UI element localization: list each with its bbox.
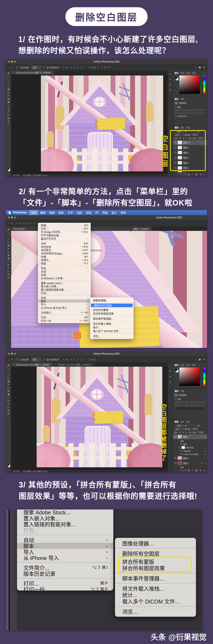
layer-effect-row[interactable]: 描边: [173, 442, 207, 446]
align-section-label[interactable]: ∨ 对齐并分布: [173, 114, 207, 118]
menu-item-version-history[interactable]: 版本历史记录: [17, 570, 113, 576]
toolbox-icons[interactable]: ✚ ⬚ ◌ ⌖ ✂ ▨ ✎ ✏ ▤ ◪ ◔ ✒ T ▷ ◭ ◎ ⌕: [6, 364, 11, 418]
document-tab-active[interactable]: ✕0316.psd @ 142% (图层 1, RGB/8) *: [11, 362, 53, 367]
submenu-item-load-dicom-files[interactable]: 载入多个 DICOM 文件...: [90, 329, 134, 333]
hue-slider[interactable]: [204, 368, 205, 386]
tab-gradients[interactable]: 渐变: [186, 364, 190, 366]
submenu-item-delete-all-empty-layers[interactable]: 删除所有空图层: [115, 550, 196, 556]
tab-properties[interactable]: 属性: [175, 390, 179, 392]
menubar-item-3d[interactable]: 3D: [93, 210, 100, 214]
x-field[interactable]: X:: [191, 401, 205, 403]
foreground-color-swatch[interactable]: [175, 76, 177, 79]
close-tab-icon[interactable]: ✕: [13, 72, 15, 74]
filter-blend-icon[interactable]: ⋦: [204, 450, 206, 452]
menu-item-save[interactable]: 存储⌘S: [38, 255, 91, 258]
layer-thumbnail[interactable]: [178, 456, 182, 460]
traffic-lights[interactable]: [8, 353, 16, 354]
menu-item-place-embedded[interactable]: 置入嵌入对象...: [38, 284, 91, 288]
extra-icons[interactable]: ⬦ ⊛ ⊕ ✥: [98, 66, 111, 69]
layers-panel-iconbar[interactable]: ∞ fx ◧ ◑ ▣ ⊞ ▯: [173, 172, 207, 176]
tab-properties[interactable]: 属性: [175, 98, 179, 100]
tab-layers[interactable]: 图层: [175, 420, 179, 423]
toolbox[interactable]: ✚ ⬚ ◌ ⌖ ✂ ▨ ✎ ✏ ▤ ◪ ◔ ✒ T ▷ ◭ ◎ ⌕: [6, 226, 11, 348]
opacity-value[interactable]: 100%: [192, 428, 199, 430]
align-icons[interactable]: ≡ ≣ ⊓ ⊔ ⊏ ⊐: [63, 358, 83, 361]
close-window-icon[interactable]: [8, 216, 10, 218]
tab-adjustments[interactable]: 调整: [180, 390, 184, 392]
zoom-window-icon[interactable]: [14, 216, 16, 218]
tab-patterns[interactable]: 图案: [192, 72, 196, 74]
menu-item-open-smart-object[interactable]: 打开为智能对象...: [38, 234, 91, 237]
menu-item-generate[interactable]: 生成›: [38, 270, 91, 273]
zoom-level[interactable]: 141.88%: [13, 174, 20, 176]
zoom-window-icon[interactable]: [14, 353, 16, 354]
traffic-lights[interactable]: [8, 216, 16, 218]
menu-item-search-adobe-stock[interactable]: 搜索 Adobe Stock...: [38, 282, 91, 285]
tab-adjustments[interactable]: 调整: [180, 98, 184, 100]
home-icon[interactable]: ⌂: [8, 358, 9, 361]
collapsed-panel-icons[interactable]: » ✦ A ¶: [169, 364, 171, 384]
menu-item-open[interactable]: 打开...⌘O: [38, 227, 91, 230]
layer-row[interactable]: 图层 2fx∧: [173, 461, 207, 466]
width-field[interactable]: W:: [175, 401, 190, 403]
tab-paths[interactable]: 路径: [186, 126, 190, 129]
foreground-background-swatch[interactable]: [7, 168, 10, 171]
color-field[interactable]: [179, 76, 200, 94]
menu-item-revert[interactable]: 恢复F12: [38, 262, 91, 265]
tab-color[interactable]: 颜色: [175, 72, 179, 74]
show-transform-checkbox[interactable]: [43, 358, 45, 360]
move-tool-icon[interactable]: ✛: [11, 66, 13, 69]
eye-icon[interactable]: [180, 453, 182, 455]
tab-channels[interactable]: 通道: [180, 126, 184, 129]
y-field[interactable]: Y:: [191, 404, 205, 406]
minimize-window-icon[interactable]: [11, 353, 13, 354]
tab-paths[interactable]: 路径: [186, 420, 190, 423]
layer-row[interactable]: 图层 1fx∧: [173, 434, 207, 439]
eye-icon[interactable]: [180, 443, 182, 445]
document-tab-inactive[interactable]: ✕未标题-1 @ 100% (图层 1, RGB/8) *: [53, 362, 94, 367]
width-field[interactable]: W:: [175, 109, 190, 111]
fx-badge[interactable]: fx: [201, 436, 203, 438]
height-field[interactable]: H:: [175, 404, 190, 406]
fx-badge[interactable]: fx: [201, 462, 203, 464]
eye-icon[interactable]: [174, 462, 177, 464]
layer-thumbnail[interactable]: [178, 435, 182, 438]
layer-thumbnail[interactable]: [178, 461, 182, 465]
menubar-item-help[interactable]: 帮助: [119, 210, 128, 215]
menu-item-new[interactable]: 新建...⌘N: [38, 224, 91, 227]
blend-mode-dropdown[interactable]: 正常⌄: [174, 428, 182, 430]
more-options-icon[interactable]: ⋯: [85, 358, 87, 361]
menu-item-close-all[interactable]: 关闭全部⌥⌘W: [38, 245, 91, 248]
menubar-item-type[interactable]: 文字: [66, 210, 75, 215]
eye-icon[interactable]: [174, 436, 177, 438]
tab-swatches[interactable]: 色板: [180, 72, 184, 74]
tab-color[interactable]: 颜色: [175, 364, 179, 366]
menubar-item-view[interactable]: 视图: [100, 210, 109, 215]
submenu-item-statistics[interactable]: 统计...: [90, 326, 134, 329]
foreground-background-swatch[interactable]: [175, 368, 178, 372]
tab-channels[interactable]: 通道: [180, 420, 184, 423]
menu-item-print[interactable]: 打印...⌘P: [38, 316, 91, 319]
apple-logo-icon[interactable]: [8, 211, 11, 214]
align-icons[interactable]: ≡ ≣ ⊓ ⊔ ⊏ ⊐: [16, 222, 36, 224]
lock-icons[interactable]: ▨ ✚ ⊕ ▣: [179, 431, 192, 434]
menubar-item-image[interactable]: 图像: [47, 210, 56, 215]
collapsed-panel-strip[interactable]: » ✦ A ¶: [168, 362, 173, 472]
zoom-level[interactable]: 141.88%: [13, 470, 20, 472]
smart-filter-item[interactable]: Camera Raw 滤镜⋦: [173, 452, 207, 456]
fill-value[interactable]: 100%: [198, 431, 204, 434]
submenu-item-load-files-into-stack[interactable]: 将文件载入堆栈...: [115, 585, 196, 592]
close-tab-icon[interactable]: ✕: [55, 364, 57, 366]
close-window-icon[interactable]: [8, 353, 10, 354]
submenu-item-browse[interactable]: 浏览...: [115, 608, 196, 614]
close-window-icon[interactable]: [8, 61, 10, 62]
submenu-item-browse[interactable]: 浏览...: [90, 334, 134, 338]
menu-item-print-one-copy[interactable]: 打印一份⌥⇧⌘P: [17, 586, 113, 590]
menu-item-close[interactable]: 关闭⌘W: [38, 242, 91, 245]
tab-swatches[interactable]: 色板: [180, 364, 184, 366]
menu-item-automate[interactable]: 自动›: [38, 296, 91, 300]
menubar-app-name[interactable]: Photoshop: [13, 211, 27, 214]
submenu-item-image-processor[interactable]: 图像处理器...: [90, 298, 134, 302]
panel-button[interactable]: [175, 408, 205, 410]
workspace-icon[interactable]: ▣: [199, 66, 201, 69]
